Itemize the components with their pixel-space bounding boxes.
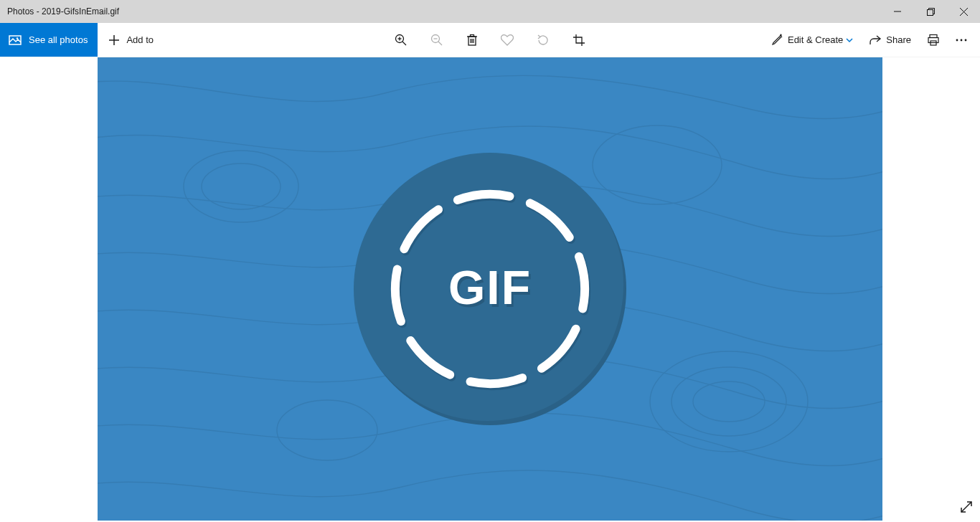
more-icon [956,39,967,42]
svg-rect-1 [927,9,933,15]
svg-line-2 [960,8,968,16]
svg-rect-24 [928,37,938,42]
svg-rect-19 [471,35,474,37]
svg-point-31 [650,351,808,452]
svg-point-5 [17,37,18,39]
svg-line-13 [438,42,442,45]
delete-button[interactable] [466,34,478,47]
photos-icon [9,34,22,47]
chevron-down-icon [846,37,853,44]
window-title: Photos - 2019-GifsInEmail.gif [0,0,119,23]
print-icon [927,34,940,47]
svg-point-27 [961,39,963,41]
image-viewer: GIF [0,57,980,522]
svg-point-26 [956,39,958,41]
right-tools: Edit & Create Share [771,23,980,57]
fullscreen-icon [960,500,973,513]
minimize-button[interactable] [881,0,914,23]
zoom-out-icon [430,34,443,47]
svg-line-3 [960,8,968,16]
titlebar: Photos - 2019-GifsInEmail.gif [0,0,980,23]
svg-point-29 [184,151,298,222]
crop-button[interactable] [573,34,585,47]
see-all-photos-label: See all photos [29,34,88,45]
maximize-button[interactable] [914,0,947,23]
svg-point-28 [965,39,967,41]
see-all-photos-button[interactable]: See all photos [0,23,98,57]
zoom-out-button[interactable] [430,34,443,47]
add-to-button[interactable]: Add to [98,23,165,57]
edit-create-button[interactable]: Edit & Create [771,34,853,47]
edit-create-icon [771,34,783,47]
svg-point-34 [277,400,377,460]
crop-icon [573,34,585,47]
window-controls [881,0,980,23]
close-button[interactable] [947,0,980,23]
add-to-label: Add to [126,34,154,45]
more-button[interactable] [956,39,967,42]
share-icon [869,34,882,47]
image-canvas[interactable]: GIF [98,57,882,521]
minimize-icon [894,8,901,15]
svg-point-30 [202,163,281,209]
edit-create-label: Edit & Create [788,34,843,45]
share-button[interactable]: Share [869,34,911,47]
share-label: Share [886,34,911,45]
zoom-in-icon [395,34,407,47]
gif-badge-text: GIF [448,260,532,315]
plus-icon [109,35,119,45]
trash-icon [466,34,478,47]
rotate-button[interactable] [537,34,550,47]
favorite-button[interactable] [501,34,514,46]
svg-line-36 [961,502,971,512]
fullscreen-button[interactable] [960,500,973,516]
svg-line-9 [402,42,406,45]
svg-point-35 [593,125,722,204]
rotate-icon [537,34,550,47]
toolbar: See all photos Add to [0,23,980,57]
svg-point-33 [693,381,765,422]
close-icon [960,8,968,16]
heart-icon [501,34,514,46]
maximize-icon [927,8,935,16]
zoom-in-button[interactable] [395,34,407,47]
center-tools [395,23,585,57]
print-button[interactable] [927,34,940,47]
